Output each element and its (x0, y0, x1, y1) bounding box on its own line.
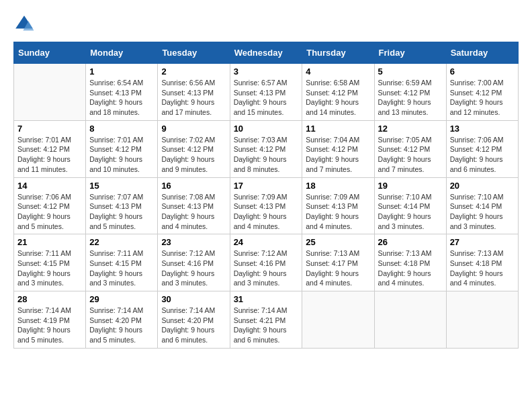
calendar-cell: 27Sunrise: 7:13 AM Sunset: 4:18 PM Dayli… (446, 234, 518, 291)
calendar-cell (446, 291, 518, 349)
calendar-week-row: 1Sunrise: 6:54 AM Sunset: 4:13 PM Daylig… (14, 64, 519, 121)
day-number: 26 (378, 237, 443, 247)
day-number: 2 (161, 66, 226, 77)
calendar-cell: 26Sunrise: 7:13 AM Sunset: 4:18 PM Dayli… (374, 234, 446, 291)
calendar-cell: 31Sunrise: 7:14 AM Sunset: 4:21 PM Dayli… (230, 291, 302, 349)
day-info: Sunrise: 7:14 AM Sunset: 4:19 PM Dayligh… (17, 306, 82, 345)
calendar-cell: 4Sunrise: 6:58 AM Sunset: 4:12 PM Daylig… (302, 64, 374, 121)
calendar-cell: 9Sunrise: 7:02 AM Sunset: 4:12 PM Daylig… (158, 120, 230, 177)
day-info: Sunrise: 7:13 AM Sunset: 4:17 PM Dayligh… (306, 248, 370, 288)
day-number: 17 (234, 181, 299, 191)
day-number: 19 (378, 181, 443, 191)
day-number: 10 (234, 124, 299, 134)
day-info: Sunrise: 7:05 AM Sunset: 4:12 PM Dayligh… (378, 135, 443, 175)
calendar-cell: 6Sunrise: 7:00 AM Sunset: 4:12 PM Daylig… (446, 64, 518, 121)
calendar-cell: 18Sunrise: 7:09 AM Sunset: 4:13 PM Dayli… (302, 177, 374, 234)
day-number: 22 (89, 237, 154, 247)
calendar-cell: 13Sunrise: 7:06 AM Sunset: 4:12 PM Dayli… (446, 120, 518, 177)
day-info: Sunrise: 7:04 AM Sunset: 4:12 PM Dayligh… (306, 135, 370, 175)
day-info: Sunrise: 7:14 AM Sunset: 4:20 PM Dayligh… (89, 306, 154, 345)
day-number: 8 (89, 124, 154, 134)
day-info: Sunrise: 7:03 AM Sunset: 4:12 PM Dayligh… (234, 135, 299, 175)
calendar-cell: 22Sunrise: 7:11 AM Sunset: 4:15 PM Dayli… (86, 234, 158, 291)
calendar-cell: 25Sunrise: 7:13 AM Sunset: 4:17 PM Dayli… (302, 234, 374, 291)
calendar-cell (302, 291, 374, 349)
day-info: Sunrise: 7:06 AM Sunset: 4:12 PM Dayligh… (450, 135, 515, 175)
weekday-header: Thursday (302, 42, 374, 64)
day-number: 18 (306, 181, 370, 191)
calendar-cell: 24Sunrise: 7:12 AM Sunset: 4:16 PM Dayli… (230, 234, 302, 291)
day-info: Sunrise: 6:57 AM Sunset: 4:13 PM Dayligh… (234, 78, 299, 118)
calendar-cell: 5Sunrise: 6:59 AM Sunset: 4:12 PM Daylig… (374, 64, 446, 121)
day-number: 13 (450, 124, 515, 134)
calendar-cell: 14Sunrise: 7:06 AM Sunset: 4:12 PM Dayli… (14, 177, 86, 234)
day-info: Sunrise: 7:01 AM Sunset: 4:12 PM Dayligh… (17, 135, 82, 175)
day-number: 28 (17, 294, 82, 304)
day-number: 27 (450, 237, 515, 247)
calendar-cell: 1Sunrise: 6:54 AM Sunset: 4:13 PM Daylig… (86, 64, 158, 121)
day-number: 6 (450, 66, 515, 77)
day-info: Sunrise: 7:10 AM Sunset: 4:14 PM Dayligh… (378, 192, 443, 232)
day-number: 9 (161, 124, 226, 134)
weekday-header: Sunday (14, 42, 86, 64)
day-number: 5 (378, 66, 443, 77)
day-number: 7 (17, 124, 82, 134)
weekday-header: Monday (86, 42, 158, 64)
day-number: 12 (378, 124, 443, 134)
calendar-header: SundayMondayTuesdayWednesdayThursdayFrid… (14, 42, 519, 64)
day-info: Sunrise: 7:14 AM Sunset: 4:21 PM Dayligh… (234, 306, 299, 345)
day-info: Sunrise: 7:10 AM Sunset: 4:14 PM Dayligh… (450, 192, 515, 232)
day-info: Sunrise: 7:12 AM Sunset: 4:16 PM Dayligh… (234, 248, 299, 288)
weekday-header: Saturday (446, 42, 518, 64)
calendar-cell: 23Sunrise: 7:12 AM Sunset: 4:16 PM Dayli… (158, 234, 230, 291)
day-number: 3 (234, 66, 299, 77)
day-info: Sunrise: 7:07 AM Sunset: 4:13 PM Dayligh… (89, 192, 154, 232)
calendar-cell: 29Sunrise: 7:14 AM Sunset: 4:20 PM Dayli… (86, 291, 158, 349)
calendar-cell: 12Sunrise: 7:05 AM Sunset: 4:12 PM Dayli… (374, 120, 446, 177)
day-number: 1 (89, 66, 154, 77)
calendar-cell: 20Sunrise: 7:10 AM Sunset: 4:14 PM Dayli… (446, 177, 518, 234)
day-info: Sunrise: 7:11 AM Sunset: 4:15 PM Dayligh… (89, 248, 154, 288)
day-number: 15 (89, 181, 154, 191)
day-info: Sunrise: 7:00 AM Sunset: 4:12 PM Dayligh… (450, 78, 515, 118)
calendar-cell: 16Sunrise: 7:08 AM Sunset: 4:13 PM Dayli… (158, 177, 230, 234)
logo (13, 13, 38, 35)
calendar-week-row: 7Sunrise: 7:01 AM Sunset: 4:12 PM Daylig… (14, 120, 519, 177)
weekday-row: SundayMondayTuesdayWednesdayThursdayFrid… (14, 42, 519, 64)
day-info: Sunrise: 7:06 AM Sunset: 4:12 PM Dayligh… (17, 192, 82, 232)
calendar-cell (14, 64, 86, 121)
calendar-week-row: 21Sunrise: 7:11 AM Sunset: 4:15 PM Dayli… (14, 234, 519, 291)
day-number: 11 (306, 124, 370, 134)
calendar-table: SundayMondayTuesdayWednesdayThursdayFrid… (13, 42, 519, 349)
day-info: Sunrise: 7:08 AM Sunset: 4:13 PM Dayligh… (161, 192, 226, 232)
day-info: Sunrise: 7:09 AM Sunset: 4:13 PM Dayligh… (234, 192, 299, 232)
calendar-cell: 28Sunrise: 7:14 AM Sunset: 4:19 PM Dayli… (14, 291, 86, 349)
calendar-cell: 21Sunrise: 7:11 AM Sunset: 4:15 PM Dayli… (14, 234, 86, 291)
day-number: 29 (89, 294, 154, 304)
calendar-week-row: 14Sunrise: 7:06 AM Sunset: 4:12 PM Dayli… (14, 177, 519, 234)
day-number: 14 (17, 181, 82, 191)
day-number: 23 (161, 237, 226, 247)
calendar-body: 1Sunrise: 6:54 AM Sunset: 4:13 PM Daylig… (14, 64, 519, 349)
day-info: Sunrise: 7:12 AM Sunset: 4:16 PM Dayligh… (161, 248, 226, 288)
day-number: 25 (306, 237, 370, 247)
day-number: 30 (161, 294, 226, 304)
day-number: 21 (17, 237, 82, 247)
day-info: Sunrise: 6:58 AM Sunset: 4:12 PM Dayligh… (306, 78, 370, 118)
weekday-header: Friday (374, 42, 446, 64)
day-info: Sunrise: 7:11 AM Sunset: 4:15 PM Dayligh… (17, 248, 82, 288)
day-info: Sunrise: 7:13 AM Sunset: 4:18 PM Dayligh… (450, 248, 515, 288)
logo-icon (13, 13, 35, 35)
page-header (13, 13, 519, 35)
calendar-cell: 15Sunrise: 7:07 AM Sunset: 4:13 PM Dayli… (86, 177, 158, 234)
calendar-cell: 10Sunrise: 7:03 AM Sunset: 4:12 PM Dayli… (230, 120, 302, 177)
calendar-cell: 19Sunrise: 7:10 AM Sunset: 4:14 PM Dayli… (374, 177, 446, 234)
calendar-week-row: 28Sunrise: 7:14 AM Sunset: 4:19 PM Dayli… (14, 291, 519, 349)
day-info: Sunrise: 7:01 AM Sunset: 4:12 PM Dayligh… (89, 135, 154, 175)
calendar-cell (374, 291, 446, 349)
weekday-header: Tuesday (158, 42, 230, 64)
day-info: Sunrise: 7:13 AM Sunset: 4:18 PM Dayligh… (378, 248, 443, 288)
calendar-cell: 17Sunrise: 7:09 AM Sunset: 4:13 PM Dayli… (230, 177, 302, 234)
day-number: 16 (161, 181, 226, 191)
calendar-cell: 8Sunrise: 7:01 AM Sunset: 4:12 PM Daylig… (86, 120, 158, 177)
